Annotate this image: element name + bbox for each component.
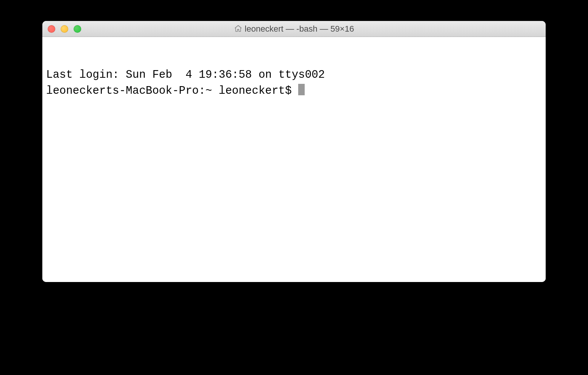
terminal-content[interactable]: Last login: Sun Feb 4 19:36:58 on ttys00… <box>42 37 546 282</box>
window-title: leoneckert — -bash — 59×16 <box>245 24 354 34</box>
shell-prompt: leoneckerts-MacBook-Pro:~ leoneckert$ <box>46 84 298 98</box>
close-button[interactable] <box>48 25 55 33</box>
home-icon <box>234 24 243 33</box>
traffic-lights <box>48 25 81 33</box>
last-login-line: Last login: Sun Feb 4 19:36:58 on ttys00… <box>46 68 542 82</box>
terminal-window: leoneckert — -bash — 59×16 Last login: S… <box>42 21 546 282</box>
title-bar[interactable]: leoneckert — -bash — 59×16 <box>42 21 546 37</box>
minimize-button[interactable] <box>61 25 68 33</box>
window-title-container: leoneckert — -bash — 59×16 <box>234 24 354 34</box>
cursor <box>298 84 305 95</box>
maximize-button[interactable] <box>74 25 81 33</box>
